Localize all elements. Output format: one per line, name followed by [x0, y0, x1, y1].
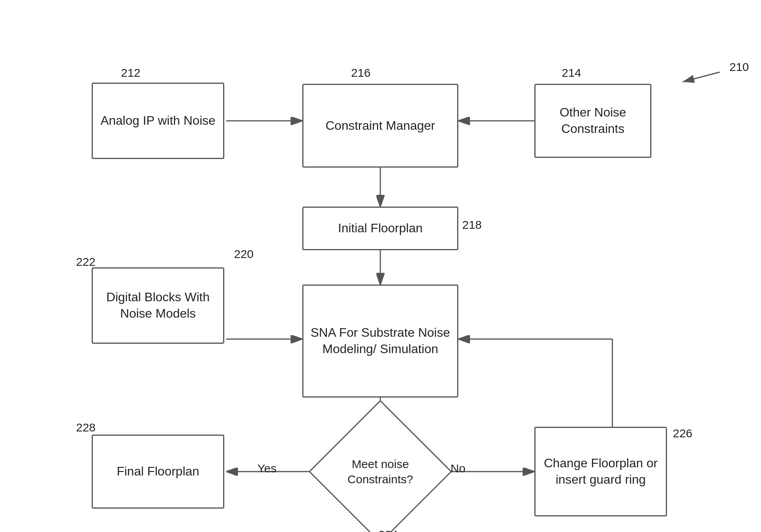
- no-label: No: [451, 462, 465, 475]
- initial-floorplan-box: Initial Floorplan: [302, 207, 458, 250]
- constraint-manager-box: Constraint Manager: [302, 84, 458, 168]
- constraint-manager-label: Constraint Manager: [325, 118, 435, 134]
- final-floorplan-box: Final Floorplan: [92, 435, 224, 509]
- digital-blocks-label: Digital Blocks With Noise Models: [93, 289, 223, 322]
- ref-224: 224: [378, 528, 398, 532]
- ref-226: 226: [673, 427, 692, 440]
- ref-222: 222: [76, 255, 96, 269]
- ref-218: 218: [462, 218, 482, 232]
- change-floorplan-label: Change Floorplan or insert guard ring: [536, 455, 666, 488]
- ref-216: 216: [351, 66, 371, 80]
- other-noise-label: Other Noise Constraints: [536, 104, 650, 137]
- ref-212: 212: [121, 66, 140, 80]
- initial-floorplan-label: Initial Floorplan: [338, 220, 423, 237]
- svg-line-13: [683, 72, 720, 82]
- meet-noise-container: Meet noise Constraints?: [328, 419, 433, 524]
- yes-label: Yes: [257, 462, 277, 475]
- ref-214: 214: [562, 66, 581, 80]
- change-floorplan-box: Change Floorplan or insert guard ring: [534, 427, 667, 516]
- ref-220: 220: [234, 247, 254, 261]
- meet-noise-text: Meet noise Constraints?: [328, 456, 433, 487]
- diagram-container: Analog IP with Noise 212 Constraint Mana…: [0, 0, 761, 532]
- sna-box: SNA For Substrate Noise Modeling/ Simula…: [302, 285, 458, 398]
- digital-blocks-box: Digital Blocks With Noise Models: [92, 267, 224, 344]
- ref-210: 210: [729, 60, 749, 74]
- other-noise-box: Other Noise Constraints: [534, 84, 651, 158]
- ref-228: 228: [76, 421, 96, 434]
- analog-ip-label: Analog IP with Noise: [101, 113, 216, 129]
- final-floorplan-label: Final Floorplan: [117, 463, 199, 480]
- sna-label: SNA For Substrate Noise Modeling/ Simula…: [303, 325, 457, 357]
- analog-ip-box: Analog IP with Noise: [92, 83, 224, 159]
